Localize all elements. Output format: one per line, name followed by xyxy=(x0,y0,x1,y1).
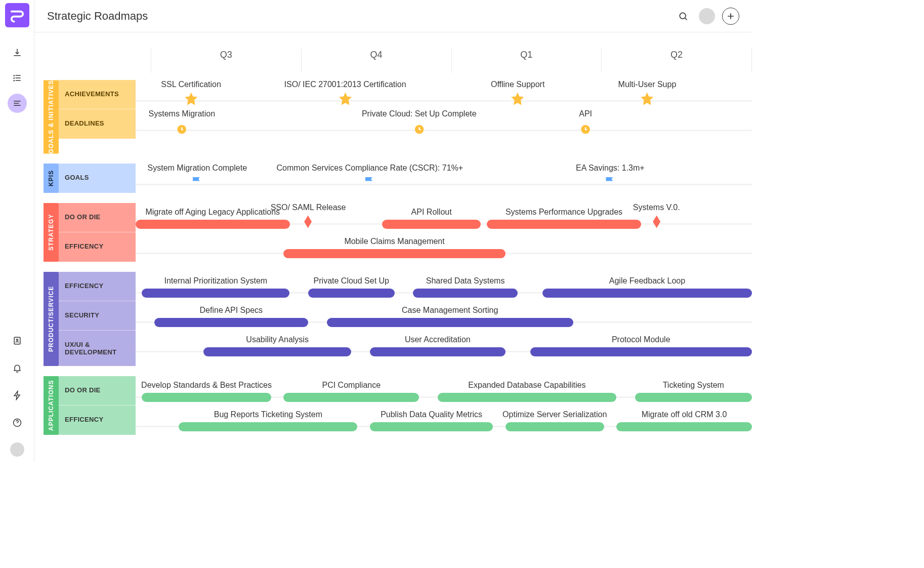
roadmap-bar[interactable]: Publish Data Quality Metrics xyxy=(370,422,493,431)
lane-track[interactable]: Bug Reports Ticketing SystemPublish Data… xyxy=(136,405,752,435)
roadmap-bar[interactable]: Mobile Claims Management xyxy=(283,249,505,258)
roadmap-section: KPISGOALSSystem Migration CompleteCommon… xyxy=(44,164,752,193)
roadmap-bar[interactable]: User Accreditation xyxy=(370,347,506,356)
search-icon[interactable] xyxy=(675,8,692,25)
avatar[interactable] xyxy=(10,442,24,457)
left-sidebar xyxy=(0,0,34,462)
roadmap-bar[interactable]: Usability Analysis xyxy=(203,347,351,356)
bolt-icon[interactable] xyxy=(8,386,27,405)
roadmap-bar[interactable]: Migrate off old CRM 3.0 xyxy=(616,422,752,431)
roadmap-icon[interactable] xyxy=(8,94,27,113)
roadmap-bar[interactable]: Agile Feedback Loop xyxy=(542,289,752,298)
app-logo[interactable] xyxy=(5,3,29,27)
profile-avatar[interactable] xyxy=(699,8,715,24)
milestone[interactable]: API xyxy=(578,109,593,136)
download-icon[interactable] xyxy=(8,43,27,62)
lane-title: SECURITY xyxy=(59,301,136,331)
milestone[interactable]: Common Services Compliance Rate (CSCR): … xyxy=(277,164,464,190)
roadmap-bar[interactable]: Shared Data Systems xyxy=(413,289,518,298)
quarter-label: Q4 xyxy=(301,48,451,73)
lane-title: EFFICENCY xyxy=(59,232,136,262)
svg-point-1 xyxy=(16,339,18,341)
milestone[interactable]: Offline Support xyxy=(491,80,544,106)
milestone[interactable]: System Migration Complete xyxy=(148,164,247,190)
section-spine: PRODUCT/SERVICE xyxy=(44,272,59,366)
contacts-icon[interactable] xyxy=(8,331,27,350)
lane-title: DO OR DIE xyxy=(59,203,136,232)
lane-title: ACHIEVEMENTS xyxy=(59,80,136,109)
section-spine: KPIS xyxy=(44,164,59,193)
milestone[interactable]: Systems Migration xyxy=(149,109,216,136)
quarter-label: Q1 xyxy=(451,48,602,73)
roadmap-section: PRODUCT/SERVICEEFFICENCYInternal Priorit… xyxy=(44,272,752,366)
roadmap-section: STRATEGYDO OR DIEMigrate off Aging Legac… xyxy=(44,203,752,262)
quarter-label: Q3 xyxy=(151,48,301,73)
lane-track[interactable]: Migrate off Aging Legacy ApplicationsSSO… xyxy=(136,203,752,232)
roadmap-bar[interactable]: Bug Reports Ticketing System xyxy=(179,422,357,431)
milestone[interactable]: EA Savings: 1.3m+ xyxy=(576,164,645,190)
roadmap-bar[interactable]: Ticketing System xyxy=(635,393,752,402)
lane-title: DEADLINES xyxy=(59,109,136,139)
header: Strategic Roadmaps xyxy=(34,0,752,32)
milestone[interactable]: Private Cloud: Set Up Complete xyxy=(362,109,477,136)
milestone[interactable]: SSL Certification xyxy=(161,80,221,106)
lane-title: EFFICENCY xyxy=(59,272,136,301)
roadmap-bar[interactable]: Case Management Sorting xyxy=(327,318,573,327)
section-spine: APPLICATIONS xyxy=(44,376,59,435)
lane-track[interactable]: Usability AnalysisUser AccreditationProt… xyxy=(136,331,752,366)
roadmap-bar[interactable]: Internal Prioritization System xyxy=(142,289,289,298)
roadmap-bar[interactable]: PCI Compliance xyxy=(283,393,419,402)
lane-track[interactable]: Mobile Claims Management xyxy=(136,232,752,262)
roadmap-canvas[interactable]: Q3 Q4 Q1 Q2 GOALS & INITIATIVESACHIEVEME… xyxy=(34,32,752,462)
roadmap-bar[interactable]: Migrate off Aging Legacy Applications xyxy=(136,220,290,229)
milestone[interactable]: ISO/ IEC 27001:2013 Certification xyxy=(284,80,406,106)
roadmap-section: GOALS & INITIATIVESACHIEVEMENTSSSL Certi… xyxy=(44,80,752,153)
milestone[interactable]: SSO/ SAML Release xyxy=(271,203,346,229)
roadmap-bar[interactable]: API Rollout xyxy=(382,220,481,229)
list-check-icon[interactable] xyxy=(8,68,27,88)
section-spine: STRATEGY xyxy=(44,203,59,262)
lane-track[interactable]: SSL CertificationISO/ IEC 27001:2013 Cer… xyxy=(136,80,752,109)
section-spine: GOALS & INITIATIVES xyxy=(44,80,59,153)
roadmap-section: APPLICATIONSDO OR DIEDevelop Standards &… xyxy=(44,376,752,435)
milestone[interactable]: Multi-User Supp xyxy=(618,80,677,106)
lane-track[interactable]: Develop Standards & Best PracticesPCI Co… xyxy=(136,376,752,405)
roadmap-bar[interactable]: Expanded Database Capabilities xyxy=(438,393,616,402)
roadmap-bar[interactable]: Private Cloud Set Up xyxy=(308,289,395,298)
roadmap-bar[interactable]: Protocol Module xyxy=(530,347,752,356)
lane-track[interactable]: Internal Prioritization SystemPrivate Cl… xyxy=(136,272,752,301)
help-icon[interactable] xyxy=(8,413,27,432)
svg-point-3 xyxy=(680,13,686,19)
roadmap-bar[interactable]: Develop Standards & Best Practices xyxy=(142,393,271,402)
lane-track[interactable]: Systems MigrationPrivate Cloud: Set Up C… xyxy=(136,109,752,139)
timeline-header: Q3 Q4 Q1 Q2 xyxy=(34,48,752,73)
roadmap-bar[interactable]: Define API Specs xyxy=(154,318,309,327)
quarter-label: Q2 xyxy=(601,48,752,73)
roadmap-bar[interactable]: Optimize Server Serialization xyxy=(506,422,604,431)
lane-title: UX/UI & DEVELOPMENT xyxy=(59,331,136,366)
lane-title: EFFICENCY xyxy=(59,405,136,435)
bell-icon[interactable] xyxy=(8,358,27,378)
roadmap-bar[interactable]: Systems Performance Upgrades xyxy=(487,220,641,229)
page-title: Strategic Roadmaps xyxy=(47,10,148,23)
milestone[interactable]: Systems V.0. xyxy=(633,203,680,229)
lane-track[interactable]: System Migration CompleteCommon Services… xyxy=(136,164,752,193)
lane-track[interactable]: Define API SpecsCase Management Sorting xyxy=(136,301,752,331)
lane-title: GOALS xyxy=(59,164,136,193)
add-button[interactable] xyxy=(722,8,739,25)
lane-title: DO OR DIE xyxy=(59,376,136,405)
